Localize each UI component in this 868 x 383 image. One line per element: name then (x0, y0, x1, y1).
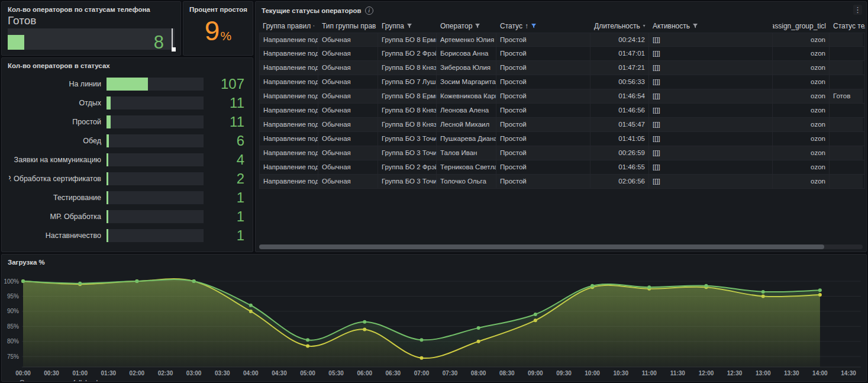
table-column-header[interactable]: Длительность (591, 22, 649, 30)
table-cell: Кожевникова Карина (437, 89, 496, 104)
status-bar-fill (107, 115, 111, 128)
table-cell: Простой (496, 33, 591, 47)
x-axis-label: 11:00 (642, 370, 657, 376)
x-axis-label: 14:30 (841, 370, 856, 376)
filter-icon[interactable] (475, 23, 480, 29)
table-cell: Простой (496, 132, 591, 146)
status-bar-fill (107, 153, 108, 166)
data-point (420, 338, 423, 342)
table-cell: [[]] (649, 89, 773, 104)
filter-icon[interactable] (692, 23, 698, 29)
x-axis-label: 09:00 (528, 370, 543, 376)
status-label: Отдых (9, 99, 107, 107)
table-cell: Обычная (318, 61, 378, 75)
status-bar-fill (107, 172, 108, 185)
status-label: Заявки на коммуникацию (9, 156, 107, 164)
x-axis-label: 00:00 (15, 370, 31, 376)
status-bar-track (107, 96, 204, 110)
table-cell: ozon (773, 75, 830, 89)
x-axis-label: 05:00 (300, 370, 315, 376)
data-point (363, 320, 366, 324)
table-row: Направление поддеОбычнаяГруппа БО 8 Княз… (259, 61, 863, 75)
panel-status-counts: Кол-во операторов в статусах На линии107… (1, 57, 253, 252)
table-column-header[interactable]: Группа (378, 22, 437, 30)
status-bar-fill (107, 78, 148, 91)
table-cell: 01:41:05 (591, 132, 649, 146)
table-cell: Группа БО 3 Точило (378, 175, 437, 189)
table-column-header[interactable]: assign_group_ticl (773, 22, 830, 30)
table-row: Направление поддеОбычнаяГруппа БО 3 Точи… (259, 175, 863, 189)
data-point (78, 282, 82, 285)
x-axis-label: 12:30 (727, 370, 743, 376)
data-point (477, 326, 480, 330)
table-column-header[interactable]: Группа правил (259, 22, 318, 30)
legend-swatch (8, 381, 16, 382)
table-row: Направление поддеОбычнаяГруппа БО 7 Луши… (259, 75, 863, 89)
table-row: Направление поддеОбычнаяГруппа БО 3 Точи… (259, 146, 863, 160)
status-bar-track (107, 78, 204, 91)
x-axis-label: 00:30 (44, 370, 59, 376)
table-cell: Простой (496, 175, 591, 189)
table-cell: Группа БО 3 Точило (378, 146, 437, 160)
table-cell: 02:06:56 (591, 175, 649, 189)
status-label: Обед (9, 137, 107, 145)
legend-item[interactable]: Occupancy (8, 379, 52, 382)
filter-icon[interactable] (531, 23, 537, 29)
filter-icon[interactable] (406, 23, 412, 29)
load-chart: 75%80%85%90%95%100%00:0000:3001:0001:300… (2, 269, 865, 378)
table-cell: Обычная (318, 146, 378, 160)
status-count-value: 2 (204, 172, 246, 186)
data-point (249, 304, 253, 307)
filter-icon[interactable] (313, 23, 315, 29)
table-column-header[interactable]: Статус теле (830, 22, 865, 30)
table-row: Направление поддеОбычнаяГруппа БО 2 Фрэй… (259, 160, 863, 175)
table-column-header[interactable]: Статус↑ (496, 22, 591, 30)
panel-title: Кол-во операторов по статусам телефона (2, 2, 180, 15)
column-header-label: assign_group_ticl (773, 22, 826, 30)
panel-title: Загрузка % (2, 255, 866, 268)
table-cell: [[]] (649, 61, 773, 75)
info-icon[interactable]: i (365, 7, 373, 15)
panel-menu-icon[interactable]: ⋮ (853, 5, 862, 15)
table-cell: Обычная (318, 175, 378, 189)
table-header-row: Группа правилТип группы правГруппаОперат… (259, 20, 863, 33)
table-cell (830, 175, 865, 189)
status-count-row: Простой11 (2, 112, 253, 131)
table-cell: ozon (773, 33, 830, 47)
horizontal-scrollbar-thumb[interactable] (259, 244, 824, 249)
table-cell: Готов (830, 89, 865, 104)
x-axis-label: 04:00 (243, 370, 259, 376)
sort-asc-icon[interactable]: ↑ (525, 22, 528, 30)
status-label: МР. Обработка сертификатов (9, 175, 107, 183)
table-cell: Направление подде (259, 75, 318, 89)
filter-icon[interactable] (643, 23, 646, 29)
table-cell: Группа БО 8 Ермило (378, 89, 437, 104)
table-cell: Простой (496, 160, 591, 175)
status-count-list: На линии107Отдых11Простой11Обед6Заявки н… (2, 75, 253, 245)
table-cell: Группа БО 2 Фрэйс (378, 160, 437, 175)
table-column-header[interactable]: Оператор (437, 22, 496, 30)
data-point (647, 285, 651, 289)
status-count-value: 4 (204, 153, 246, 167)
stat-value: 9 (205, 17, 220, 44)
table-cell: Простой (496, 89, 591, 104)
table-cell: [[]] (649, 104, 773, 118)
table-cell: Обычная (318, 160, 378, 175)
x-axis-label: 08:30 (499, 370, 515, 376)
column-header-label: Статус (500, 22, 522, 30)
table-cell: [[]] (649, 47, 773, 61)
x-axis-label: 07:30 (443, 370, 458, 376)
table-cell: ozon (773, 118, 830, 132)
table-cell: Обычная (318, 132, 378, 146)
legend-item[interactable]: full_load (62, 379, 98, 382)
table-column-header[interactable]: Активность (649, 22, 773, 30)
x-axis-label: 01:30 (101, 370, 117, 376)
table-cell: [[]] (649, 175, 773, 189)
table-cell: Направление подде (259, 118, 318, 132)
chart-legend: Occupancyfull_load (8, 379, 98, 382)
table-column-header[interactable]: Тип группы прав (318, 22, 378, 30)
gauge-max-marker (172, 47, 176, 52)
table-cell: ozon (773, 175, 830, 189)
table-cell: Направление подде (259, 89, 318, 104)
table-cell (830, 146, 865, 160)
